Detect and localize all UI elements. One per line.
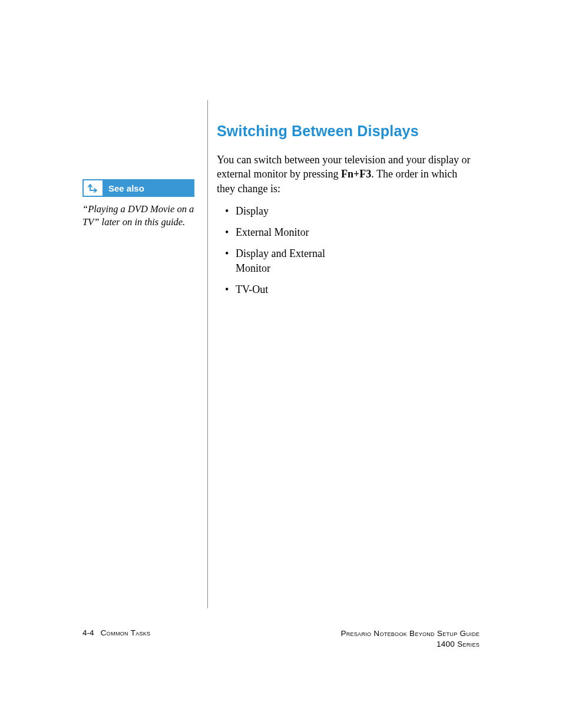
footer-left: 4-4 Common Tasks	[82, 628, 150, 637]
see-also-callout: See also	[82, 179, 194, 197]
main-content: Switching Between Displays You can switc…	[217, 123, 477, 304]
list-item: Display	[217, 204, 358, 218]
see-also-label: See also	[104, 179, 194, 197]
document-page: See also “Playing a DVD Movie on a TV” l…	[0, 0, 562, 728]
vertical-divider	[207, 100, 208, 608]
list-item: External Monitor	[217, 225, 358, 239]
list-item: Display and External Monitor	[217, 246, 358, 275]
footer-section: Common Tasks	[101, 628, 151, 637]
section-heading: Switching Between Displays	[217, 123, 477, 140]
see-also-icon-cell	[82, 179, 104, 197]
key-combo: Fn+F3	[341, 168, 371, 180]
footer-right: Presario Notebook Beyond Setup Guide 140…	[340, 628, 480, 650]
sidebar: See also “Playing a DVD Movie on a TV” l…	[82, 179, 194, 229]
see-also-text: “Playing a DVD Movie on a TV” later on i…	[82, 203, 194, 229]
list-item: TV-Out	[217, 282, 358, 297]
cross-reference-icon	[87, 182, 99, 194]
intro-paragraph: You can switch between your television a…	[217, 153, 477, 196]
page-number: 4-4	[82, 628, 94, 637]
footer-guide-title: Presario Notebook Beyond Setup Guide	[340, 628, 480, 639]
footer-series: 1400 Series	[340, 639, 480, 650]
display-order-list: Display External Monitor Display and Ext…	[217, 204, 358, 297]
